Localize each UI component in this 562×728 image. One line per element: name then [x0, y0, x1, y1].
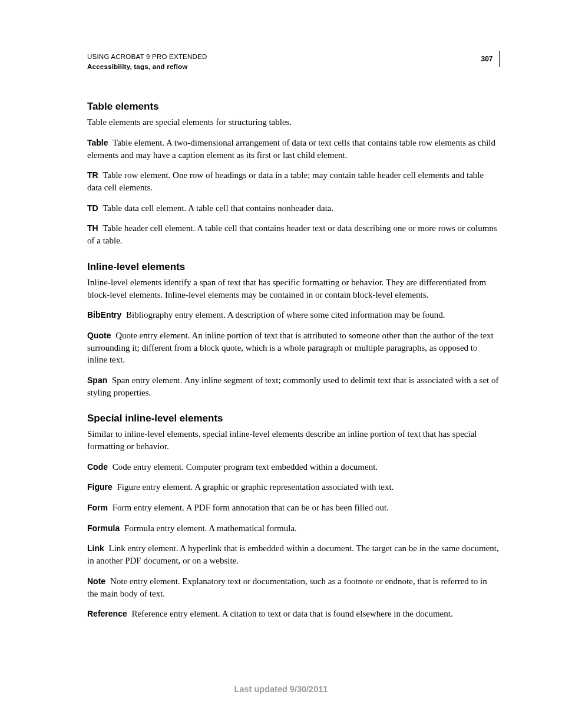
definition-term: BibEntry: [87, 310, 121, 319]
definition-item: Formula Formula entry element. A mathema…: [87, 522, 500, 535]
definition-desc: Table header cell element. A table cell …: [87, 223, 497, 245]
definition-term: Table: [87, 138, 108, 147]
page-number: 307: [481, 55, 492, 63]
definition-term: Quote: [87, 331, 111, 340]
definition-desc: Form entry element. A PDF form annotatio…: [113, 503, 389, 512]
definition-desc: Quote entry element. An inline portion o…: [87, 331, 494, 364]
definition-desc: Link entry element. A hyperlink that is …: [87, 543, 499, 565]
definition-item: Figure Figure entry element. A graphic o…: [87, 481, 500, 493]
page-number-group: 307: [481, 51, 500, 67]
definition-item: Code Code entry element. Computer progra…: [87, 461, 500, 473]
section-intro: Inline-level elements identify a span of…: [87, 276, 500, 301]
definition-desc: Figure entry element. A graphic or graph…: [117, 482, 394, 492]
definition-term: Span: [87, 375, 107, 385]
document-title: USING ACROBAT 9 PRO EXTENDED: [87, 52, 207, 62]
definition-term: TR: [87, 170, 98, 180]
definition-term: Code: [87, 462, 108, 472]
definition-term: Formula: [87, 523, 120, 533]
section-table-elements: Table elements Table elements are specia…: [87, 101, 500, 247]
definition-term: Figure: [87, 482, 113, 492]
definition-item: Reference Reference entry element. A cit…: [87, 608, 500, 620]
definition-item: TH Table header cell element. A table ce…: [87, 222, 500, 246]
definition-desc: Table element. A two-dimensional arrange…: [87, 138, 495, 160]
definition-item: TR Table row element. One row of heading…: [87, 169, 500, 193]
definition-term: Form: [87, 503, 108, 512]
page-number-bar-icon: [499, 51, 500, 67]
definition-term: TD: [87, 203, 98, 213]
section-intro: Similar to inline-level elements, specia…: [87, 428, 500, 452]
definition-desc: Table data cell element. A table cell th…: [103, 203, 333, 213]
page-footer: Last updated 9/30/2011: [0, 684, 562, 694]
definition-desc: Note entry element. Explanatory text or …: [87, 577, 487, 598]
definition-desc: Bibliography entry element. A descriptio…: [126, 310, 445, 319]
definition-item: BibEntry Bibliography entry element. A d…: [87, 309, 500, 321]
definition-term: Link: [87, 543, 104, 553]
definition-term: Note: [87, 577, 105, 586]
section-heading: Table elements: [87, 101, 500, 113]
definition-desc: Table row element. One row of headings o…: [87, 170, 484, 192]
definition-item: Quote Quote entry element. An inline por…: [87, 330, 500, 366]
section-inline-elements: Inline-level elements Inline-level eleme…: [87, 261, 500, 399]
page: USING ACROBAT 9 PRO EXTENDED Accessibili…: [0, 0, 562, 728]
definition-desc: Span entry element. Any inline segment o…: [87, 375, 499, 397]
definition-term: TH: [87, 223, 98, 233]
definition-term: Reference: [87, 609, 127, 618]
definition-item: Note Note entry element. Explanatory tex…: [87, 575, 500, 599]
definition-item: Link Link entry element. A hyperlink tha…: [87, 542, 500, 566]
header-titles: USING ACROBAT 9 PRO EXTENDED Accessibili…: [87, 52, 207, 71]
section-intro: Table elements are special elements for …: [87, 116, 500, 129]
definition-desc: Formula entry element. A mathematical fo…: [124, 523, 297, 533]
definition-item: TD Table data cell element. A table cell…: [87, 202, 500, 215]
section-heading: Inline-level elements: [87, 261, 500, 273]
section-heading: Special inline-level elements: [87, 413, 500, 424]
definition-desc: Code entry element. Computer program tex…: [113, 462, 378, 472]
chapter-title: Accessibility, tags, and reflow: [87, 62, 207, 72]
section-special-inline-elements: Special inline-level elements Similar to…: [87, 413, 500, 620]
definition-item: Form Form entry element. A PDF form anno…: [87, 502, 500, 514]
page-header: USING ACROBAT 9 PRO EXTENDED Accessibili…: [87, 52, 500, 71]
definition-item: Table Table element. A two-dimensional a…: [87, 137, 500, 161]
definition-desc: Reference entry element. A citation to t…: [131, 609, 452, 618]
definition-item: Span Span entry element. Any inline segm…: [87, 374, 500, 398]
